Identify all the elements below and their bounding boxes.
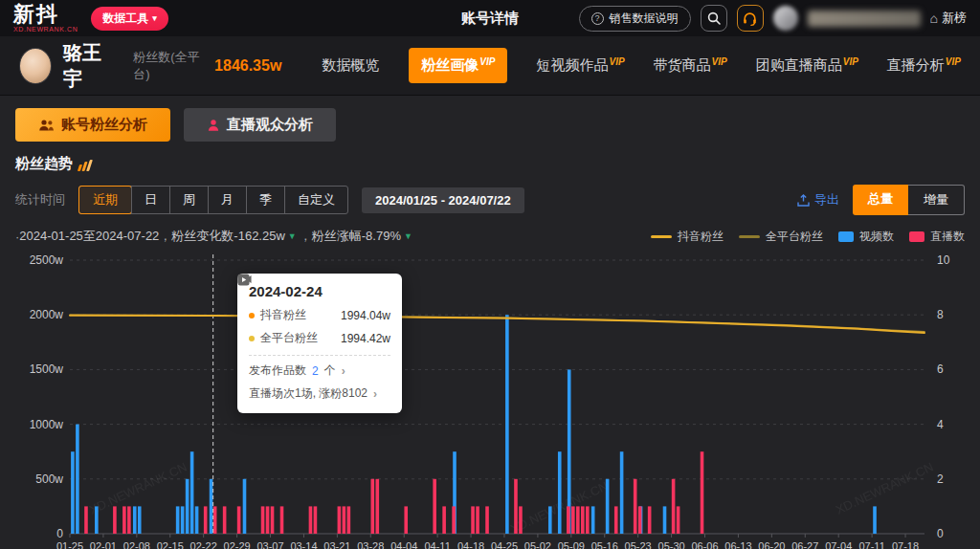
- svg-text:05-30: 05-30: [658, 540, 685, 549]
- tab-short-videos[interactable]: 短视频作品VIP: [536, 56, 624, 75]
- tab-fans-portrait[interactable]: 粉丝画像VIP: [409, 48, 507, 83]
- svg-text:1500w: 1500w: [30, 362, 64, 376]
- svg-text:4: 4: [937, 418, 944, 431]
- vip-badge: VIP: [843, 56, 858, 67]
- legend-box-swatch: [838, 231, 854, 242]
- newdou-logo[interactable]: 新抖 XD.NEWRANK.CN: [13, 4, 78, 33]
- newrank-label: 新榜: [942, 10, 967, 27]
- account-avatar[interactable]: [19, 48, 52, 84]
- svg-text:1000w: 1000w: [30, 418, 64, 431]
- range-quarter[interactable]: 季: [246, 187, 284, 213]
- svg-text:07-18: 07-18: [892, 540, 919, 549]
- tab-group-live-products[interactable]: 团购直播商品VIP: [756, 56, 858, 75]
- page-title: 账号详情: [461, 10, 519, 28]
- range-day[interactable]: 日: [131, 187, 169, 213]
- svg-text:04-18: 04-18: [457, 540, 484, 549]
- svg-text:03-28: 03-28: [357, 540, 384, 549]
- date-range-picker[interactable]: 2024/01/25 - 2024/07/22: [362, 187, 524, 213]
- title-accent-icon: [78, 160, 91, 173]
- tooltip-date: 2024-02-24: [249, 283, 390, 299]
- user-name-blurred[interactable]: [808, 11, 921, 27]
- newrank-home-link[interactable]: ⌂ 新榜: [930, 10, 967, 27]
- chart-tooltip: 2024-02-24 抖音粉丝 1994.04w 全平台粉丝 1994.42w: [237, 274, 402, 413]
- svg-text:8: 8: [937, 308, 944, 321]
- legend-box-swatch: [909, 231, 924, 242]
- range-month[interactable]: 月: [208, 187, 246, 213]
- headset-icon: [742, 11, 758, 27]
- svg-text:07-04: 07-04: [825, 540, 852, 549]
- topbar: 新抖 XD.NEWRANK.CN 数据工具 ▾ 账号详情 ? 销售数据说明: [0, 0, 980, 36]
- fans-count-label: 粉丝数(全平台): [133, 49, 207, 83]
- svg-text:04-11: 04-11: [424, 540, 450, 549]
- sales-data-info-button[interactable]: ? 销售数据说明: [579, 6, 691, 32]
- export-button[interactable]: 导出: [796, 191, 839, 209]
- home-icon: ⌂: [930, 11, 938, 26]
- chart-legend: 抖音粉丝 全平台粉丝 视频数 直播数: [651, 229, 965, 245]
- sales-data-info-label: 销售数据说明: [610, 11, 679, 27]
- svg-text:04-04: 04-04: [390, 540, 417, 549]
- search-icon: [706, 11, 722, 26]
- legend-line-swatch: [739, 235, 760, 238]
- filter-row: 统计时间 近期 日 周 月 季 自定义 2024/01/25 - 2024/07…: [15, 185, 965, 215]
- logo-text: 新抖: [13, 4, 78, 25]
- down-arrow-icon: ▼: [404, 231, 412, 241]
- fans-trend-chart[interactable]: 00500w21000w41500w62000w82500w1001-2502-…: [15, 247, 980, 549]
- data-tools-label: 数据工具: [102, 11, 148, 27]
- account-name: 骆王宇: [63, 40, 114, 92]
- legend-allplatform-fans[interactable]: 全平台粉丝: [739, 229, 823, 245]
- vip-badge: VIP: [609, 56, 624, 67]
- tab-account-fans-analysis[interactable]: 账号粉丝分析: [15, 108, 170, 142]
- svg-text:07-11: 07-11: [858, 540, 884, 549]
- support-button[interactable]: [737, 5, 764, 32]
- search-button[interactable]: [701, 5, 727, 32]
- account-nav: 数据概览 粉丝画像VIP 短视频作品VIP 带货商品VIP 团购直播商品VIP …: [322, 48, 961, 83]
- range-recent[interactable]: 近期: [78, 186, 132, 214]
- data-tools-button[interactable]: 数据工具 ▾: [91, 7, 168, 31]
- tooltip-works-row[interactable]: 发布作品数2个 ›: [249, 362, 390, 379]
- export-icon: [796, 193, 811, 208]
- user-avatar[interactable]: [773, 6, 798, 31]
- yellow-dot-icon: [249, 336, 255, 341]
- legend-live-count[interactable]: 直播数: [909, 229, 965, 245]
- main-content: 账号粉丝分析 直播观众分析 粉丝趋势 统计时间 近期 日 周 月: [0, 96, 980, 549]
- mode-total[interactable]: 总量: [853, 185, 908, 215]
- svg-text:06-27: 06-27: [791, 540, 818, 549]
- mode-delta[interactable]: 增量: [908, 185, 965, 215]
- svg-text:04-25: 04-25: [491, 540, 518, 549]
- section-title-row: 粉丝趋势: [15, 155, 965, 173]
- stat-time-label: 统计时间: [15, 191, 65, 209]
- svg-text:05-16: 05-16: [591, 540, 618, 549]
- svg-text:03-14: 03-14: [290, 540, 317, 549]
- legend-video-count[interactable]: 视频数: [838, 229, 894, 245]
- svg-text:2500w: 2500w: [30, 253, 64, 267]
- svg-text:02-08: 02-08: [123, 540, 150, 549]
- account-header: 骆王宇 粉丝数(全平台) 1846.35w 数据概览 粉丝画像VIP 短视频作品…: [0, 36, 980, 96]
- svg-text:0: 0: [937, 527, 944, 540]
- chevron-down-icon: ▾: [152, 13, 157, 23]
- topbar-actions: ? 销售数据说明 ⌂ 新榜: [579, 5, 967, 32]
- tab-live-analysis[interactable]: 直播分析VIP: [887, 56, 961, 75]
- svg-text:06-06: 06-06: [691, 540, 718, 549]
- two-persons-icon: [38, 119, 55, 132]
- analysis-tabs: 账号粉丝分析 直播观众分析: [15, 108, 965, 142]
- tab-live-audience-analysis[interactable]: 直播观众分析: [184, 108, 336, 142]
- tab-data-overview[interactable]: 数据概览: [322, 56, 380, 75]
- legend-line-swatch: [651, 235, 672, 238]
- live-play-icon: [237, 274, 250, 286]
- stats-row: ·2024-01-25至2024-07-22， 粉丝变化数-162.25w ▼，…: [15, 228, 965, 245]
- svg-text:06-13: 06-13: [724, 540, 751, 549]
- svg-text:2: 2: [937, 472, 944, 486]
- vip-badge: VIP: [946, 56, 961, 67]
- svg-text:03-21: 03-21: [323, 540, 350, 549]
- time-range-segmented: 近期 日 周 月 季 自定义: [78, 186, 348, 214]
- range-week[interactable]: 周: [169, 187, 208, 213]
- svg-text:06-20: 06-20: [758, 540, 785, 549]
- range-custom[interactable]: 自定义: [284, 187, 347, 213]
- legend-douyin-fans[interactable]: 抖音粉丝: [651, 229, 724, 245]
- tab-ecommerce-products[interactable]: 带货商品VIP: [654, 56, 727, 75]
- tooltip-live-row[interactable]: 直播场次1场, 涨粉8102 ›: [249, 385, 390, 402]
- section-title: 粉丝趋势: [15, 155, 73, 173]
- svg-text:02-22: 02-22: [190, 540, 217, 549]
- svg-text:05-23: 05-23: [625, 540, 652, 549]
- fans-change-text: 粉丝变化数-162.25w: [171, 228, 284, 245]
